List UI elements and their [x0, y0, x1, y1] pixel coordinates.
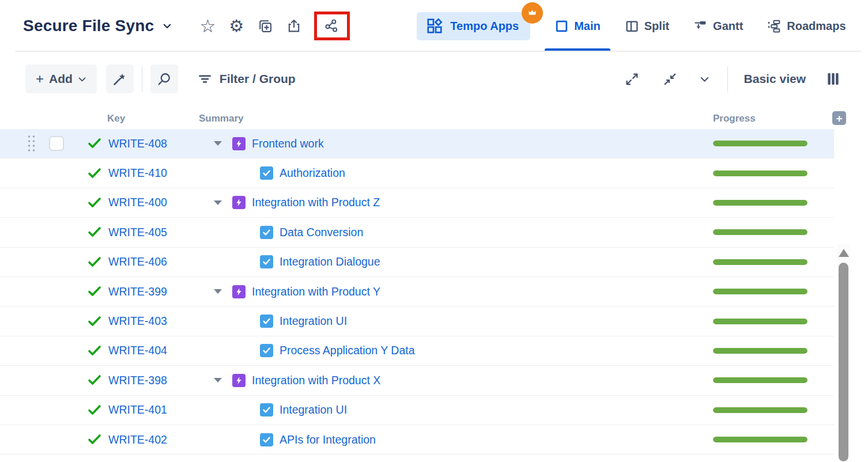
columns-button[interactable]: [823, 69, 843, 89]
issue-summary-link[interactable]: APIs for Integration: [280, 433, 376, 446]
table-row[interactable]: WRITE-405 Data Conversion: [0, 218, 834, 247]
filter-group-button[interactable]: Filter / Group: [198, 72, 296, 86]
issue-summary-link[interactable]: Integration with Product X: [252, 374, 380, 387]
issue-key-link[interactable]: WRITE-405: [108, 226, 167, 239]
add-button[interactable]: + Add: [25, 65, 97, 93]
issue-key-link[interactable]: WRITE-410: [108, 166, 167, 180]
progress-bar-fill: [713, 377, 807, 383]
issue-summary-link[interactable]: Integration with Product Z: [252, 196, 380, 209]
gear-icon: ⚙: [229, 18, 244, 35]
status-done-icon: [88, 255, 101, 269]
summary-cell: Integration UI: [199, 315, 713, 328]
issue-key-link[interactable]: WRITE-399: [108, 285, 167, 298]
issue-key-link[interactable]: WRITE-402: [108, 433, 167, 446]
issue-summary-link[interactable]: Authorization: [280, 166, 345, 180]
expand-toggle[interactable]: [210, 141, 225, 146]
tab-gantt[interactable]: Gantt: [693, 0, 743, 52]
table-row[interactable]: WRITE-401 Integration UI: [0, 396, 834, 425]
view-selector[interactable]: Basic view: [744, 72, 806, 86]
collapse-all-button[interactable]: [661, 69, 680, 89]
search-button[interactable]: [150, 65, 178, 93]
add-column-button[interactable]: +: [832, 111, 846, 125]
progress-bar-fill: [713, 407, 807, 413]
epic-bolt-icon: [235, 198, 243, 207]
tab-main-label: Main: [574, 20, 601, 33]
status-done-icon: [88, 373, 101, 387]
tab-split[interactable]: Split: [625, 0, 669, 52]
automation-wand-button[interactable]: [106, 65, 134, 93]
expand-all-button[interactable]: [622, 69, 642, 89]
issue-summary-link[interactable]: Frontend work: [252, 137, 324, 150]
status-done-icon: [88, 344, 101, 358]
table-row[interactable]: WRITE-399 Integration with Product Y: [0, 277, 834, 306]
epic-icon: [232, 285, 246, 298]
scrollbar-thumb[interactable]: [839, 263, 848, 461]
issue-summary-link[interactable]: Data Conversion: [280, 226, 363, 239]
issue-summary-link[interactable]: Process Application Y Data: [280, 344, 415, 357]
epic-bolt-icon: [235, 139, 243, 148]
issue-key-link[interactable]: WRITE-398: [108, 374, 167, 387]
task-check-icon: [262, 346, 271, 355]
copy-structure-button[interactable]: [255, 16, 275, 36]
table-row[interactable]: WRITE-398 Integration with Product X: [0, 366, 834, 395]
roadmaps-icon: [767, 19, 782, 33]
split-pane-icon: [625, 19, 639, 33]
table-row[interactable]: WRITE-404 Process Application Y Data: [0, 336, 834, 366]
expand-all-icon: [625, 72, 639, 86]
expand-toggle[interactable]: [210, 289, 225, 294]
share-button[interactable]: [322, 16, 342, 36]
scroll-up-arrow[interactable]: [839, 249, 849, 257]
progress-column-header[interactable]: Progress: [713, 113, 834, 124]
export-button[interactable]: [284, 16, 304, 36]
share-icon: [324, 18, 340, 34]
issue-key-link[interactable]: WRITE-400: [108, 196, 167, 209]
task-icon: [260, 166, 273, 180]
issue-summary-link[interactable]: Integration Dialogue: [280, 255, 380, 268]
copy-add-icon: [257, 18, 273, 34]
progress-bar-fill: [713, 289, 807, 294]
epic-bolt-icon: [235, 376, 243, 385]
row-checkbox[interactable]: [49, 136, 64, 151]
table-row[interactable]: WRITE-403 Integration UI: [0, 306, 834, 336]
issue-summary-link[interactable]: Integration UI: [280, 403, 347, 416]
tab-roadmaps[interactable]: Roadmaps: [767, 0, 846, 52]
main-pane-icon: [554, 19, 569, 33]
table-row[interactable]: WRITE-410 Authorization: [0, 158, 834, 188]
issue-key-link[interactable]: WRITE-403: [108, 315, 167, 328]
chevron-down-icon: [700, 74, 710, 84]
expand-toggle[interactable]: [210, 378, 225, 383]
progress-cell: [713, 377, 834, 383]
tempo-apps-button[interactable]: Tempo Apps: [417, 12, 530, 40]
issue-summary-link[interactable]: Integration UI: [280, 315, 347, 328]
more-levels-dropdown[interactable]: [695, 69, 715, 89]
table-row[interactable]: WRITE-400 Integration with Product Z: [0, 188, 834, 218]
drag-handle[interactable]: [27, 134, 36, 153]
key-cell: WRITE-408: [88, 137, 199, 150]
task-icon: [260, 255, 273, 268]
collapse-all-icon: [663, 72, 677, 86]
key-cell: WRITE-404: [88, 344, 199, 358]
issue-summary-link[interactable]: Integration with Product Y: [252, 285, 380, 298]
issue-key-link[interactable]: WRITE-401: [108, 403, 167, 416]
summary-cell: Integration Dialogue: [199, 255, 713, 268]
summary-cell: Integration with Product Y: [199, 285, 713, 298]
issue-key-link[interactable]: WRITE-408: [108, 137, 167, 150]
summary-cell: APIs for Integration: [199, 433, 713, 446]
summary-column-header[interactable]: Summary: [199, 113, 713, 124]
table-row[interactable]: WRITE-406 Integration Dialogue: [0, 248, 834, 277]
summary-cell: Process Application Y Data: [199, 344, 713, 357]
task-icon: [260, 315, 273, 328]
issue-key-link[interactable]: WRITE-404: [108, 344, 167, 357]
table-row[interactable]: WRITE-402 APIs for Integration: [0, 425, 834, 455]
structure-title-menu[interactable]: Secure File Sync: [23, 17, 172, 35]
status-done-icon: [88, 285, 101, 298]
progress-cell: [713, 200, 834, 206]
table-row[interactable]: WRITE-408 Frontend work: [0, 129, 834, 158]
vertical-scrollbar[interactable]: [837, 244, 850, 455]
expand-toggle[interactable]: [210, 200, 225, 205]
key-column-header[interactable]: Key: [88, 113, 199, 124]
favorite-star-button[interactable]: ☆: [198, 16, 217, 36]
settings-button[interactable]: ⚙: [227, 16, 246, 36]
tab-main[interactable]: Main: [554, 0, 601, 52]
issue-key-link[interactable]: WRITE-406: [108, 255, 167, 268]
